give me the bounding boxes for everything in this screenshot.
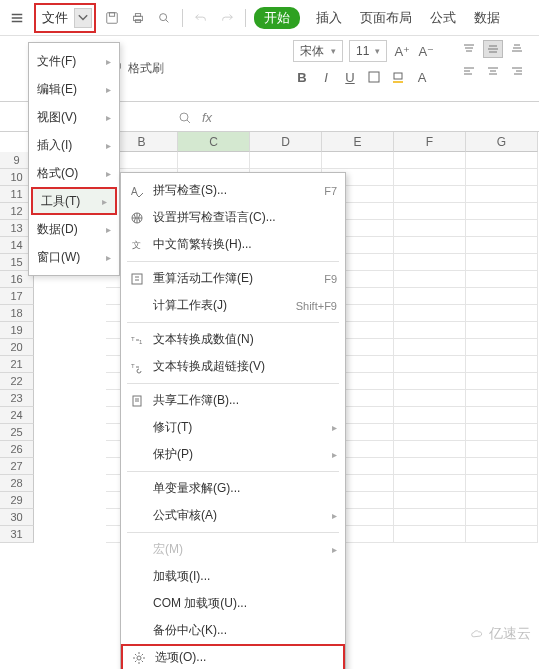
- cell[interactable]: [394, 271, 466, 288]
- increase-font-icon[interactable]: A⁺: [393, 42, 411, 60]
- column-header[interactable]: D: [250, 132, 322, 152]
- tools-menu-item[interactable]: 文中文简繁转换(H)...: [121, 231, 345, 258]
- cell[interactable]: [394, 339, 466, 356]
- italic-icon[interactable]: I: [317, 68, 335, 86]
- tools-menu-item[interactable]: COM 加载项(U)...: [121, 590, 345, 617]
- font-size-select[interactable]: 11▾: [349, 40, 387, 62]
- cell[interactable]: [466, 186, 538, 203]
- file-menu-item[interactable]: 格式(O)▸: [29, 159, 119, 187]
- align-middle-icon[interactable]: [483, 40, 503, 58]
- undo-icon[interactable]: [191, 8, 211, 28]
- cell[interactable]: [394, 424, 466, 441]
- row-header[interactable]: 21: [0, 356, 34, 373]
- cell[interactable]: [394, 492, 466, 509]
- file-menu-item[interactable]: 数据(D)▸: [29, 215, 119, 243]
- row-header[interactable]: 22: [0, 373, 34, 390]
- cell[interactable]: [394, 458, 466, 475]
- cell[interactable]: [466, 152, 538, 169]
- file-menu-item[interactable]: 编辑(E)▸: [29, 75, 119, 103]
- row-header[interactable]: 20: [0, 339, 34, 356]
- cell[interactable]: [466, 254, 538, 271]
- cell[interactable]: [178, 152, 250, 169]
- border-icon[interactable]: [365, 68, 383, 86]
- row-header[interactable]: 28: [0, 475, 34, 492]
- row-header[interactable]: 30: [0, 509, 34, 526]
- cell[interactable]: [394, 254, 466, 271]
- start-tab[interactable]: 开始: [254, 7, 300, 29]
- cell[interactable]: [466, 356, 538, 373]
- cell[interactable]: [394, 186, 466, 203]
- column-header[interactable]: F: [394, 132, 466, 152]
- tab-data[interactable]: 数据: [474, 9, 500, 27]
- cell[interactable]: [466, 220, 538, 237]
- cell[interactable]: [466, 288, 538, 305]
- cell[interactable]: [394, 305, 466, 322]
- decrease-font-icon[interactable]: A⁻: [417, 42, 435, 60]
- cell[interactable]: [394, 441, 466, 458]
- print-icon[interactable]: [128, 8, 148, 28]
- tools-menu-item[interactable]: T文本转换成超链接(V): [121, 353, 345, 380]
- cell[interactable]: [250, 152, 322, 169]
- cell[interactable]: [466, 475, 538, 492]
- font-color-icon[interactable]: A: [413, 68, 431, 86]
- row-header[interactable]: 29: [0, 492, 34, 509]
- tools-menu-item[interactable]: 共享工作簿(B)...: [121, 387, 345, 414]
- align-right-icon[interactable]: [507, 62, 527, 80]
- row-header[interactable]: 19: [0, 322, 34, 339]
- cell[interactable]: [466, 271, 538, 288]
- tools-menu-item[interactable]: A拼写检查(S)...F7: [121, 177, 345, 204]
- cell[interactable]: [394, 152, 466, 169]
- bold-icon[interactable]: B: [293, 68, 311, 86]
- cell[interactable]: [394, 526, 466, 543]
- cell[interactable]: [466, 509, 538, 526]
- row-header[interactable]: 25: [0, 424, 34, 441]
- row-header[interactable]: 23: [0, 390, 34, 407]
- align-left-icon[interactable]: [459, 62, 479, 80]
- cell[interactable]: [394, 203, 466, 220]
- cell[interactable]: [466, 322, 538, 339]
- file-menu-item[interactable]: 文件(F)▸: [29, 47, 119, 75]
- tools-menu-item[interactable]: 单变量求解(G)...: [121, 475, 345, 502]
- cell[interactable]: [466, 305, 538, 322]
- tools-menu-item[interactable]: 修订(T)▸: [121, 414, 345, 441]
- column-header[interactable]: C: [178, 132, 250, 152]
- row-header[interactable]: 24: [0, 407, 34, 424]
- tools-menu-item[interactable]: 重算活动工作簿(E)F9: [121, 265, 345, 292]
- cell[interactable]: [466, 169, 538, 186]
- fx-label[interactable]: fx: [202, 110, 212, 125]
- cell[interactable]: [322, 152, 394, 169]
- align-top-icon[interactable]: [459, 40, 479, 58]
- row-header[interactable]: 26: [0, 441, 34, 458]
- cell[interactable]: [394, 390, 466, 407]
- cell[interactable]: [466, 441, 538, 458]
- cell[interactable]: [394, 220, 466, 237]
- underline-icon[interactable]: U: [341, 68, 359, 86]
- cell[interactable]: [394, 288, 466, 305]
- cell[interactable]: [466, 237, 538, 254]
- cell[interactable]: [394, 373, 466, 390]
- tools-menu-item[interactable]: 设置拼写检查语言(C)...: [121, 204, 345, 231]
- cell[interactable]: [394, 322, 466, 339]
- cell[interactable]: [394, 169, 466, 186]
- tools-menu-item[interactable]: 选项(O)...: [121, 644, 345, 669]
- cell[interactable]: [466, 373, 538, 390]
- cell[interactable]: [394, 407, 466, 424]
- cell[interactable]: [466, 492, 538, 509]
- cell[interactable]: [466, 424, 538, 441]
- cell[interactable]: [394, 475, 466, 492]
- tools-menu-item[interactable]: 加载项(I)...: [121, 563, 345, 590]
- row-header[interactable]: 17: [0, 288, 34, 305]
- tab-page-layout[interactable]: 页面布局: [360, 9, 412, 27]
- fill-color-icon[interactable]: [389, 68, 407, 86]
- tools-menu-item[interactable]: T1文本转换成数值(N): [121, 326, 345, 353]
- file-menu-button[interactable]: 文件: [38, 7, 72, 29]
- row-header[interactable]: 18: [0, 305, 34, 322]
- cell[interactable]: [466, 526, 538, 543]
- file-menu-item[interactable]: 插入(I)▸: [29, 131, 119, 159]
- cell[interactable]: [466, 407, 538, 424]
- cell[interactable]: [466, 203, 538, 220]
- file-menu-item[interactable]: 工具(T)▸: [31, 187, 117, 215]
- font-name-select[interactable]: 宋体▾: [293, 40, 343, 62]
- cell[interactable]: [466, 458, 538, 475]
- cell[interactable]: [466, 339, 538, 356]
